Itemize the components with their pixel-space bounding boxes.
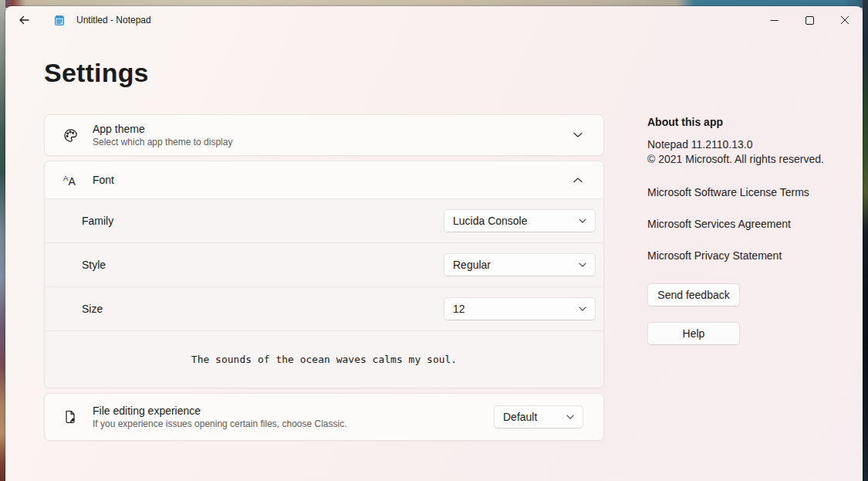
page-title: Settings xyxy=(44,56,863,90)
font-text: Font xyxy=(93,174,114,186)
settings-cards-column: App theme Select which app theme to disp… xyxy=(44,114,604,441)
font-size-row: Size 12 xyxy=(45,286,603,330)
font-family-dropdown[interactable]: Lucida Console xyxy=(444,209,596,232)
wallpaper-left-strip xyxy=(0,0,5,481)
font-preview-text: The sounds of the ocean waves calms my s… xyxy=(191,354,457,365)
file-editing-value: Default xyxy=(503,411,537,423)
wallpaper-right-strip xyxy=(863,0,868,481)
file-editing-subtitle: If you experience issues opening certain… xyxy=(93,418,347,429)
about-version-block: Notepad 11.2110.13.0 © 2021 Microsoft. A… xyxy=(647,137,833,167)
font-style-dropdown[interactable]: Regular xyxy=(444,253,596,276)
font-style-row: Style Regular xyxy=(45,242,603,286)
font-expanded-body: Family Lucida Console Style Regular xyxy=(45,198,603,388)
app-theme-text: App theme Select which app theme to disp… xyxy=(93,123,232,147)
chevron-down-icon xyxy=(579,307,586,312)
title-bar: Untitled - Notepad xyxy=(5,6,863,34)
font-family-label: Family xyxy=(82,215,113,227)
close-button[interactable] xyxy=(827,6,863,34)
chevron-down-icon xyxy=(573,132,583,138)
chevron-down-icon xyxy=(579,218,586,224)
file-edit-icon xyxy=(62,408,79,425)
font-preview-row: The sounds of the ocean waves calms my s… xyxy=(45,330,603,388)
help-button[interactable]: Help xyxy=(647,322,740,345)
notepad-settings-window: Untitled - Notepad Settings xyxy=(5,6,863,481)
font-size-dropdown[interactable]: 12 xyxy=(444,297,596,320)
back-button[interactable] xyxy=(12,9,36,31)
file-editing-card: File editing experience If you experienc… xyxy=(44,393,604,441)
app-theme-title: App theme xyxy=(93,123,232,135)
services-agreement-link[interactable]: Microsoft Services Agreement xyxy=(647,218,833,230)
font-icon: A A xyxy=(62,171,79,188)
window-title: Untitled - Notepad xyxy=(76,15,151,25)
app-version: Notepad 11.2110.13.0 xyxy=(647,137,833,152)
app-theme-subtitle: Select which app theme to display xyxy=(93,137,232,147)
file-editing-text: File editing experience If you experienc… xyxy=(93,405,347,429)
file-editing-title: File editing experience xyxy=(93,405,347,417)
font-family-value: Lucida Console xyxy=(453,215,528,227)
minimize-button[interactable] xyxy=(756,6,792,34)
font-style-label: Style xyxy=(82,259,106,271)
chevron-up-icon xyxy=(573,177,583,183)
close-icon xyxy=(840,15,849,25)
font-size-label: Size xyxy=(82,303,103,315)
license-terms-link[interactable]: Microsoft Software License Terms xyxy=(647,186,833,198)
chevron-down-icon xyxy=(579,263,586,268)
font-title: Font xyxy=(93,174,114,186)
font-size-value: 12 xyxy=(453,303,465,315)
about-sidebar: About this app Notepad 11.2110.13.0 © 20… xyxy=(647,114,833,441)
maximize-button[interactable] xyxy=(792,6,827,34)
font-collapse-button[interactable] xyxy=(566,168,589,191)
file-editing-header: File editing experience If you experienc… xyxy=(45,394,603,440)
back-arrow-icon xyxy=(18,14,30,26)
file-editing-dropdown[interactable]: Default xyxy=(494,405,583,428)
font-card: A A Font Family Lucida Co xyxy=(44,161,604,388)
window-caption-buttons xyxy=(756,6,863,34)
maximize-icon xyxy=(806,16,814,25)
send-feedback-button[interactable]: Send feedback xyxy=(647,283,740,307)
app-theme-card[interactable]: App theme Select which app theme to disp… xyxy=(44,114,604,156)
minimize-icon xyxy=(770,16,778,25)
palette-icon xyxy=(62,127,79,144)
app-theme-header: App theme Select which app theme to disp… xyxy=(45,115,603,155)
svg-text:A: A xyxy=(69,175,76,188)
copyright: © 2021 Microsoft. All rights reserved. xyxy=(647,152,833,167)
chevron-down-icon xyxy=(566,415,574,420)
app-theme-expand-button[interactable] xyxy=(566,124,589,147)
notepad-app-icon xyxy=(53,14,66,26)
font-family-row: Family Lucida Console xyxy=(45,198,603,242)
about-title: About this app xyxy=(647,116,833,128)
privacy-statement-link[interactable]: Microsoft Privacy Statement xyxy=(647,249,833,262)
font-style-value: Regular xyxy=(453,259,491,271)
font-header[interactable]: A A Font xyxy=(45,161,603,198)
settings-content: App theme Select which app theme to disp… xyxy=(5,114,863,441)
